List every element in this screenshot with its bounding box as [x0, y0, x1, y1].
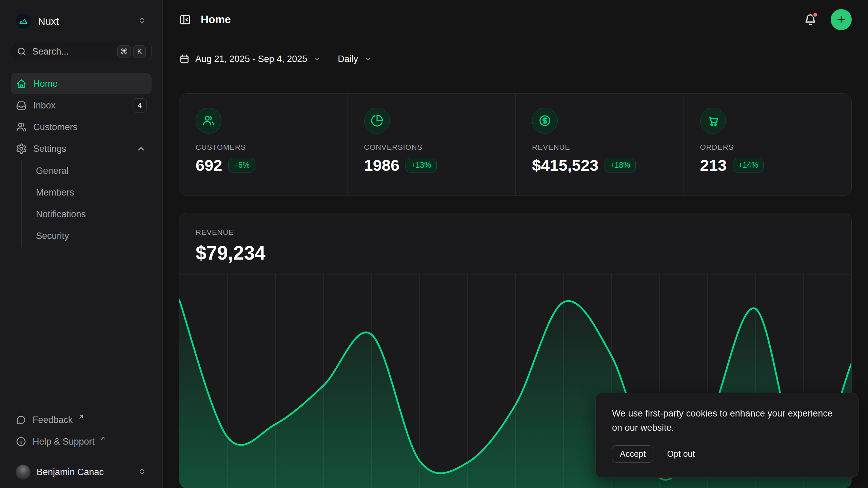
page-title: Home [201, 13, 231, 26]
sidebar-item-label: Inbox [33, 100, 56, 111]
collapse-sidebar-button[interactable] [179, 14, 191, 26]
sidebar-item-label: Settings [33, 144, 66, 154]
stat-value: 692 [196, 156, 222, 175]
sidebar-item-label: Feedback [33, 415, 73, 425]
avatar [16, 465, 31, 480]
sidebar: Nuxt Search... ⌘ K Home [0, 0, 163, 488]
revenue-card-header: REVENUE $79,234 [179, 213, 851, 274]
stat-value: $415,523 [532, 156, 598, 175]
chevrons-up-down-icon [137, 16, 147, 27]
sidebar-item-notifications[interactable]: Notifications [36, 203, 152, 225]
stat-value: 1986 [364, 156, 400, 175]
notifications-button[interactable] [804, 13, 817, 26]
search-placeholder: Search... [32, 46, 112, 57]
sidebar-item-label: Customers [33, 122, 78, 133]
revenue-label: REVENUE [196, 228, 835, 237]
info-circle-icon [16, 436, 26, 447]
cookie-banner: We use first-party cookies to enhance yo… [595, 393, 859, 478]
calendar-icon [179, 54, 190, 64]
sidebar-item-label: Home [33, 79, 58, 89]
external-link-icon [99, 435, 106, 442]
stat-label: CONVERSIONS [364, 143, 499, 152]
stat-delta-badge: +6% [228, 158, 255, 172]
stat-delta-badge: +18% [605, 158, 635, 172]
users-icon [196, 108, 221, 134]
dollar-circle-icon [532, 108, 558, 134]
panel-left-close-icon [179, 14, 191, 26]
search-icon [17, 46, 27, 57]
accept-cookies-button[interactable]: Accept [612, 445, 653, 463]
stat-delta-badge: +14% [733, 158, 764, 172]
settings-submenu: General Members Notifications Security [21, 160, 152, 247]
user-menu[interactable]: Benjamin Canac [11, 456, 152, 488]
date-range-picker[interactable]: Aug 21, 2025 - Sep 4, 2025 [179, 54, 321, 64]
inbox-icon [16, 100, 27, 111]
stat-card-orders[interactable]: ORDERS 213 +14% [684, 94, 852, 196]
user-name: Benjamin Canac [37, 467, 104, 477]
sidebar-item-feedback[interactable]: Feedback [11, 409, 152, 431]
kbd-k: K [133, 45, 146, 58]
stat-card-revenue[interactable]: REVENUE $415,523 +18% [515, 94, 684, 196]
filters-toolbar: Aug 21, 2025 - Sep 4, 2025 Daily [163, 39, 868, 79]
sidebar-item-settings[interactable]: Settings [11, 138, 152, 159]
sidebar-spacer [11, 247, 152, 409]
sub-item-label: General [36, 166, 68, 176]
gear-icon [16, 143, 27, 155]
stats-card-group: CUSTOMERS 692 +6% CONVERSIONS 1986 [179, 93, 852, 196]
revenue-total: $79,234 [196, 242, 835, 264]
sidebar-item-customers[interactable]: Customers [11, 117, 152, 138]
stat-label: REVENUE [532, 143, 667, 152]
stat-value: 213 [700, 156, 727, 175]
sidebar-item-inbox[interactable]: Inbox 4 [11, 95, 152, 116]
granularity-select[interactable]: Daily [338, 54, 372, 64]
stat-label: CUSTOMERS [196, 143, 331, 152]
sidebar-item-security[interactable]: Security [36, 225, 152, 247]
sub-item-label: Members [36, 187, 74, 198]
sidebar-item-general[interactable]: General [36, 160, 152, 182]
chevron-down-icon [313, 55, 321, 63]
kbd-cmd: ⌘ [117, 45, 131, 58]
sidebar-item-members[interactable]: Members [36, 182, 152, 203]
external-link-icon [78, 413, 84, 420]
workspace-name: Nuxt [38, 16, 59, 27]
cookie-message: We use first-party cookies to enhance yo… [612, 407, 842, 435]
sidebar-item-home[interactable]: Home [11, 73, 152, 94]
plus-icon [835, 14, 847, 25]
shopping-cart-icon [700, 108, 726, 134]
sidebar-item-label: Help & Support [33, 436, 95, 447]
search-input[interactable]: Search... ⌘ K [11, 43, 152, 60]
sub-item-label: Security [36, 231, 69, 241]
users-icon [16, 121, 27, 133]
opt-out-button[interactable]: Opt out [667, 449, 695, 459]
chevron-up-icon [135, 143, 147, 155]
granularity-label: Daily [338, 54, 358, 64]
stat-label: ORDERS [700, 143, 835, 152]
pie-chart-icon [364, 108, 390, 134]
stat-card-conversions[interactable]: CONVERSIONS 1986 +13% [348, 94, 516, 196]
message-bubble-icon [16, 414, 26, 425]
sub-item-label: Notifications [36, 209, 86, 220]
page-header: Home [163, 0, 868, 39]
add-button[interactable] [831, 9, 852, 30]
chevrons-up-down-icon [137, 467, 147, 477]
cookie-actions: Accept Opt out [612, 445, 842, 463]
inbox-count-badge: 4 [133, 98, 147, 113]
workspace-switcher[interactable]: Nuxt [11, 0, 152, 43]
chevron-down-icon [363, 55, 372, 63]
nuxt-logo [16, 14, 31, 29]
date-range-label: Aug 21, 2025 - Sep 4, 2025 [195, 54, 307, 64]
stat-delta-badge: +13% [406, 158, 436, 172]
notification-dot [812, 12, 818, 18]
search-shortcut: ⌘ K [117, 45, 146, 58]
sidebar-item-help-support[interactable]: Help & Support [11, 431, 152, 452]
header-actions [804, 9, 852, 30]
home-icon [16, 78, 27, 89]
stat-card-customers[interactable]: CUSTOMERS 692 +6% [179, 94, 348, 196]
sidebar-nav: Home Inbox 4 Customers [11, 73, 152, 247]
